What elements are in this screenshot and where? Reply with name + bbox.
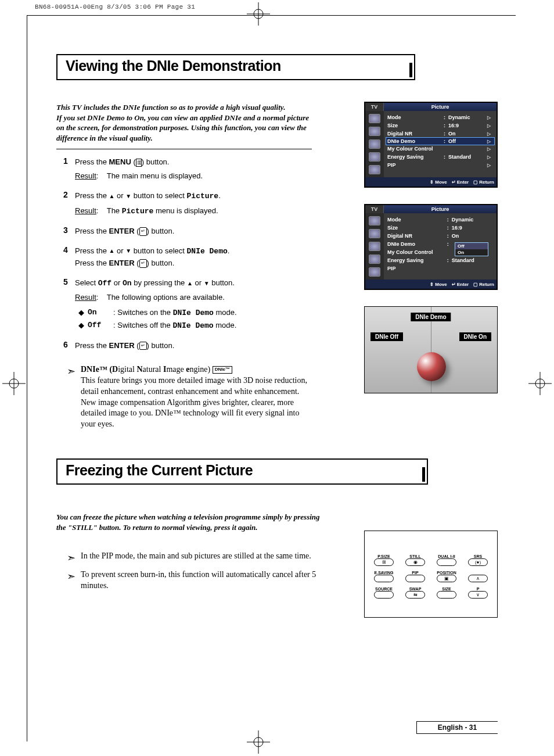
chevron-right-icon: ▷ xyxy=(487,131,493,137)
move-hint: ⇕ Move xyxy=(430,282,447,287)
text: by pressing the xyxy=(132,278,187,287)
text: DNIe Demo xyxy=(187,247,228,256)
text: D xyxy=(112,365,118,374)
dnie-demo-title: DNIe Demo xyxy=(411,313,451,321)
text: atural xyxy=(143,365,163,374)
remote-button xyxy=(374,575,394,582)
step-number: 3 xyxy=(56,225,75,237)
remote-button-label: STILL xyxy=(402,554,428,558)
osd-item-label: Mode xyxy=(387,217,447,223)
result-label: Result xyxy=(75,206,96,215)
chevron-right-icon: ▷ xyxy=(487,123,493,128)
text: MENU xyxy=(109,157,131,166)
osd-popup: Off On xyxy=(455,242,488,256)
step: 1 Press the MENU (▯▯▯) button. Result: T… xyxy=(56,156,312,182)
text: ENTER xyxy=(109,341,135,350)
step: 6 Press the ENTER (↵) button. xyxy=(56,340,312,352)
osd-item-label: Mode xyxy=(387,114,444,120)
text: Select xyxy=(75,278,98,287)
dnie-demo-preview: DNIe Demo DNIe Off DNIe On xyxy=(364,306,498,393)
osd-sidebar-icons xyxy=(365,213,384,280)
text: ( xyxy=(135,341,139,350)
remote-button-row: ⊞ ◉ (●) xyxy=(365,558,497,568)
note-block: ➣ DNIe™ (Digital Natural Image engine) D… xyxy=(56,364,312,430)
step-number: 6 xyxy=(56,340,75,352)
diamond-bullet-icon: ◆ xyxy=(75,320,88,332)
registration-mark-icon xyxy=(2,372,26,395)
enter-hint: ↵ Enter xyxy=(452,282,469,287)
osd-item-value: Standard xyxy=(452,257,493,263)
osd-item-label: DNIe Demo xyxy=(387,138,444,144)
osd-panel-1: TV Picture Mode:Dynamic▷ Size:16:9▷ Digi… xyxy=(364,102,498,188)
text: Press the xyxy=(75,227,109,235)
step-body: Select Off or On by pressing the ▲ or ▼ … xyxy=(75,277,312,332)
note-arrow-icon: ➣ xyxy=(56,364,81,430)
up-arrow-icon: ▲ xyxy=(109,248,115,254)
chevron-right-icon: ▷ xyxy=(487,115,493,120)
text: . xyxy=(228,246,230,255)
enter-icon: ↵ xyxy=(139,342,147,350)
chevron-right-icon: ▷ xyxy=(487,163,493,168)
remote-button-row: ▣ ∧ xyxy=(365,575,497,585)
text: The following options are available. xyxy=(107,293,225,302)
text: Off xyxy=(98,279,111,288)
chevron-right-icon: ▷ xyxy=(487,146,493,152)
remote-button xyxy=(437,558,456,566)
section-title: Viewing the DNIe Demonstration xyxy=(56,54,415,80)
osd-panel-2: TV Picture Mode:Dynamic Size:16:9 Digita… xyxy=(364,204,498,290)
note-block: ➣ To prevent screen burn-in, this functi… xyxy=(56,569,323,592)
text: or xyxy=(114,191,125,200)
remote-column: ▼ P.SIZE STILL DUAL I-II SRS ⊞ ◉ (●) xyxy=(364,531,498,618)
remote-button-label xyxy=(465,571,491,575)
osd-item-label: DNIe Demo xyxy=(387,241,447,247)
osd-icon xyxy=(369,242,380,251)
text: This feature brings you more detailed im… xyxy=(81,375,312,430)
text: ) button. xyxy=(142,157,170,166)
text: On xyxy=(88,307,113,319)
step-number: 4 xyxy=(56,245,75,269)
text: Press the xyxy=(75,246,109,255)
dnie-off-label: DNIe Off xyxy=(370,332,403,341)
text: ) button. xyxy=(147,227,175,235)
step: 2 Press the ▲ or ▼ button to select Pict… xyxy=(56,190,312,217)
text: Press the xyxy=(75,191,109,200)
enter-icon: ↵ xyxy=(139,227,147,235)
osd-item-label: Energy Saving xyxy=(387,154,444,160)
remote-button-label: SOURCE xyxy=(371,587,397,591)
print-header: BN68-00951A-00Eng 8/3/05 3:06 PM Page 31 xyxy=(35,3,195,10)
remote-button xyxy=(437,591,456,599)
osd-title: Picture xyxy=(384,103,497,111)
osd-item-label: Energy Saving xyxy=(387,257,447,263)
remote-button-label: PIP xyxy=(402,571,428,575)
osd-icon xyxy=(369,114,380,123)
divider xyxy=(56,149,312,149)
popup-option: On xyxy=(455,249,488,256)
osd-item-label: PIP xyxy=(387,266,447,271)
enter-hint: ↵ Enter xyxy=(452,180,469,185)
note-arrow-icon: ➣ xyxy=(56,551,81,565)
osd-item-label: PIP xyxy=(387,162,444,168)
text: ngine) xyxy=(189,365,212,374)
step: 5 Select Off or On by pressing the ▲ or … xyxy=(56,277,312,332)
text: : Switches on the DNIe Demo mode. xyxy=(113,307,312,319)
remote-button: ⊞ xyxy=(374,558,394,566)
text: Press the xyxy=(75,259,109,267)
remote-button-label: DUAL I-II xyxy=(434,554,459,558)
text: ) button. xyxy=(147,341,175,350)
page-frame: Viewing the DNIe Demonstration This TV i… xyxy=(27,15,516,741)
down-arrow-icon: ▼ xyxy=(125,248,131,254)
text: ENTER xyxy=(109,227,135,235)
text: button to select xyxy=(131,191,186,200)
menu-icon: ▯▯▯ xyxy=(136,159,142,167)
text: DNIe™ ( xyxy=(81,365,112,374)
remote-button: ∨ xyxy=(468,591,488,599)
remote-button-label: P xyxy=(465,587,491,591)
osd-icon xyxy=(369,267,380,277)
step-number: 1 xyxy=(56,156,75,182)
osd-item-value: Off xyxy=(448,138,487,144)
text: or xyxy=(114,246,125,255)
osd-item-label: My Colour Control xyxy=(387,249,447,255)
chevron-right-icon: ▷ xyxy=(487,155,493,160)
popup-option: Off xyxy=(455,243,488,249)
down-arrow-icon: ▼ xyxy=(204,281,210,286)
